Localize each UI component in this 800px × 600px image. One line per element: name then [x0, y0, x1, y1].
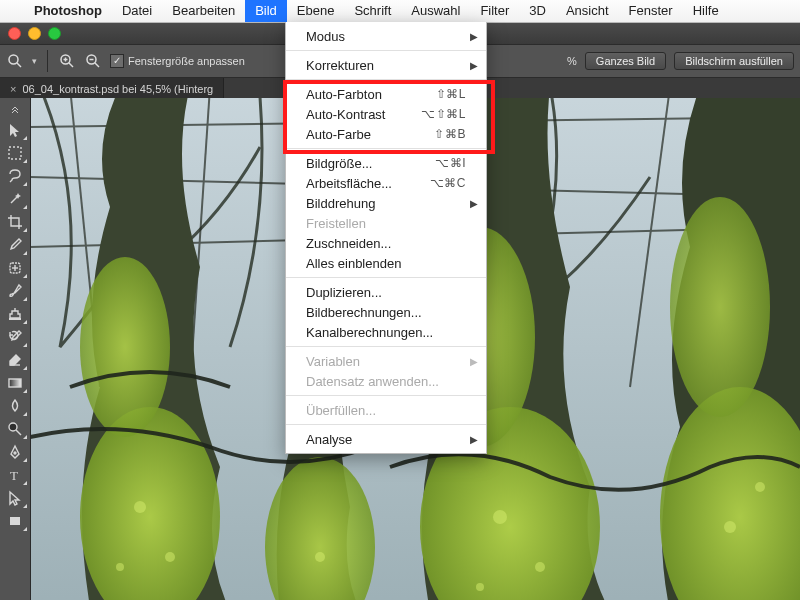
- menu-separator: [286, 395, 486, 396]
- menu-item-auto-kontrast[interactable]: Auto-Kontrast⌥⇧⌘L: [286, 104, 486, 124]
- menu-bild[interactable]: Bild: [245, 0, 287, 22]
- menu-item-label: Überfüllen...: [306, 403, 376, 418]
- minimize-window-button[interactable]: [28, 27, 41, 40]
- menu-separator: [286, 277, 486, 278]
- svg-rect-14: [9, 318, 21, 320]
- dodge-tool[interactable]: [2, 418, 28, 440]
- menu-item-auto-farbe[interactable]: Auto-Farbe⇧⌘B: [286, 124, 486, 144]
- menu-item-auto-farbton[interactable]: Auto-Farbton⇧⌘L: [286, 84, 486, 104]
- zoom-tool-icon[interactable]: [6, 52, 24, 70]
- menu-fenster[interactable]: Fenster: [619, 0, 683, 22]
- menu-item-duplizieren[interactable]: Duplizieren...: [286, 282, 486, 302]
- menu-item-label: Kanalberechnungen...: [306, 325, 433, 340]
- submenu-arrow-icon: ▶: [470, 60, 478, 71]
- zoom-window-button[interactable]: [48, 27, 61, 40]
- menu-item-label: Korrekturen: [306, 58, 374, 73]
- brush-tool[interactable]: [2, 280, 28, 302]
- menu-item-shortcut: ⇧⌘B: [434, 127, 466, 141]
- type-tool[interactable]: T: [2, 464, 28, 486]
- clone-stamp-tool[interactable]: [2, 303, 28, 325]
- menu-item-bildberechnungen[interactable]: Bildberechnungen...: [286, 302, 486, 322]
- svg-point-36: [724, 521, 736, 533]
- checkbox-icon: ✓: [110, 54, 124, 68]
- path-selection-tool[interactable]: [2, 487, 28, 509]
- menu-item-shortcut: ⇧⌘L: [436, 87, 466, 101]
- svg-point-38: [315, 552, 325, 562]
- zoom-in-icon[interactable]: [58, 52, 76, 70]
- menu-item-kanalberechnungen[interactable]: Kanalberechnungen...: [286, 322, 486, 342]
- menu-item-korrekturen[interactable]: Korrekturen▶: [286, 55, 486, 75]
- eyedropper-tool[interactable]: [2, 234, 28, 256]
- pen-tool[interactable]: [2, 441, 28, 463]
- svg-point-34: [535, 562, 545, 572]
- menu-schrift[interactable]: Schrift: [344, 0, 401, 22]
- lasso-tool[interactable]: [2, 165, 28, 187]
- healing-brush-tool[interactable]: [2, 257, 28, 279]
- mac-menubar: Photoshop Datei Bearbeiten Bild Ebene Sc…: [0, 0, 800, 23]
- svg-rect-9: [9, 147, 21, 159]
- submenu-arrow-icon: ▶: [470, 198, 478, 209]
- marquee-tool[interactable]: [2, 142, 28, 164]
- menu-bearbeiten[interactable]: Bearbeiten: [162, 0, 245, 22]
- menu-item-label: Alles einblenden: [306, 256, 401, 271]
- menu-item-berf-llen: Überfüllen...: [286, 400, 486, 420]
- zoom-readout: %: [567, 55, 577, 67]
- menu-item-label: Bildgröße...: [306, 156, 372, 171]
- document-tab-label: 06_04_kontrast.psd bei 45,5% (Hinterg: [22, 83, 213, 95]
- history-brush-tool[interactable]: [2, 326, 28, 348]
- menu-item-label: Auto-Farbe: [306, 127, 371, 142]
- menu-separator: [286, 50, 486, 51]
- menu-datei[interactable]: Datei: [112, 0, 162, 22]
- submenu-arrow-icon: ▶: [470, 31, 478, 42]
- fill-screen-button[interactable]: Bildschirm ausfüllen: [674, 52, 794, 70]
- blur-tool[interactable]: [2, 395, 28, 417]
- menu-item-label: Bildberechnungen...: [306, 305, 422, 320]
- tools-panel: T: [0, 98, 31, 600]
- zoom-out-icon[interactable]: [84, 52, 102, 70]
- window-controls: [0, 27, 69, 40]
- gradient-tool[interactable]: [2, 372, 28, 394]
- svg-point-30: [134, 501, 146, 513]
- menu-item-arbeitsfl-che[interactable]: Arbeitsfläche...⌥⌘C: [286, 173, 486, 193]
- svg-text:T: T: [10, 468, 18, 483]
- menu-item-label: Analyse: [306, 432, 352, 447]
- menu-item-shortcut: ⌥⇧⌘L: [421, 107, 466, 121]
- rectangle-tool[interactable]: [2, 510, 28, 532]
- svg-line-3: [69, 63, 73, 67]
- menu-item-shortcut: ⌥⌘C: [430, 176, 466, 190]
- close-tab-icon[interactable]: ×: [10, 83, 16, 95]
- svg-point-0: [9, 55, 18, 64]
- submenu-arrow-icon: ▶: [470, 356, 478, 367]
- fit-screen-button[interactable]: Ganzes Bild: [585, 52, 666, 70]
- svg-point-35: [476, 583, 484, 591]
- menu-filter[interactable]: Filter: [470, 0, 519, 22]
- svg-line-7: [95, 63, 99, 67]
- crop-tool[interactable]: [2, 211, 28, 233]
- menu-ansicht[interactable]: Ansicht: [556, 0, 619, 22]
- move-tool[interactable]: [2, 119, 28, 141]
- close-window-button[interactable]: [8, 27, 21, 40]
- submenu-arrow-icon: ▶: [470, 434, 478, 445]
- menu-ebene[interactable]: Ebene: [287, 0, 345, 22]
- menu-item-label: Auto-Kontrast: [306, 107, 386, 122]
- svg-point-17: [9, 423, 17, 431]
- menu-item-analyse[interactable]: Analyse▶: [286, 429, 486, 449]
- svg-point-31: [165, 552, 175, 562]
- menu-hilfe[interactable]: Hilfe: [683, 0, 729, 22]
- menu-3d[interactable]: 3D: [519, 0, 556, 22]
- fit-window-label: Fenstergröße anpassen: [128, 55, 245, 67]
- fit-window-checkbox[interactable]: ✓ Fenstergröße anpassen: [110, 54, 245, 68]
- menu-item-label: Bilddrehung: [306, 196, 375, 211]
- eraser-tool[interactable]: [2, 349, 28, 371]
- menu-item-datensatz-anwenden: Datensatz anwenden...: [286, 371, 486, 391]
- collapse-panel-icon[interactable]: [2, 102, 28, 116]
- menu-item-zuschneiden[interactable]: Zuschneiden...: [286, 233, 486, 253]
- menu-item-modus[interactable]: Modus▶: [286, 26, 486, 46]
- menu-auswahl[interactable]: Auswahl: [401, 0, 470, 22]
- magic-wand-tool[interactable]: [2, 188, 28, 210]
- menu-item-bildgr-e[interactable]: Bildgröße...⌥⌘I: [286, 153, 486, 173]
- menu-item-bilddrehung[interactable]: Bilddrehung▶: [286, 193, 486, 213]
- app-menu[interactable]: Photoshop: [24, 0, 112, 22]
- menu-item-alles-einblenden[interactable]: Alles einblenden: [286, 253, 486, 273]
- document-tab[interactable]: × 06_04_kontrast.psd bei 45,5% (Hinterg: [0, 78, 224, 100]
